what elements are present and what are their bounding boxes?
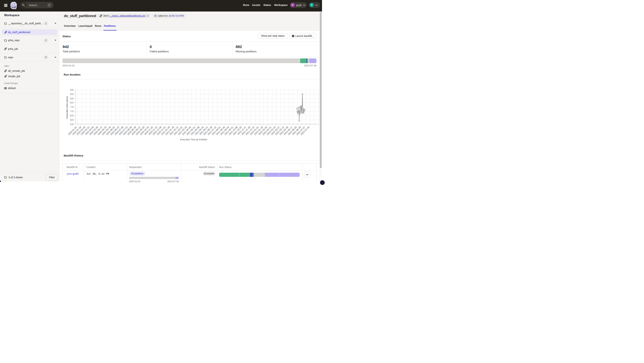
svg-text:7.0: 7.0 [70, 110, 74, 112]
svg-text:Execution Time by Partition: Execution Time by Partition [180, 138, 208, 141]
svg-text:8.0: 8.0 [70, 101, 74, 104]
svg-text:5.5: 5.5 [70, 123, 74, 126]
svg-text:7.5: 7.5 [70, 106, 74, 108]
svg-text:9.5: 9.5 [70, 88, 74, 91]
svg-text:9.0: 9.0 [70, 93, 74, 96]
svg-text:8.5: 8.5 [70, 97, 74, 100]
svg-text:6.5: 6.5 [70, 114, 74, 117]
svg-text:Execution time (secs): Execution time (secs) [66, 96, 68, 118]
svg-text:6.0: 6.0 [70, 118, 74, 121]
